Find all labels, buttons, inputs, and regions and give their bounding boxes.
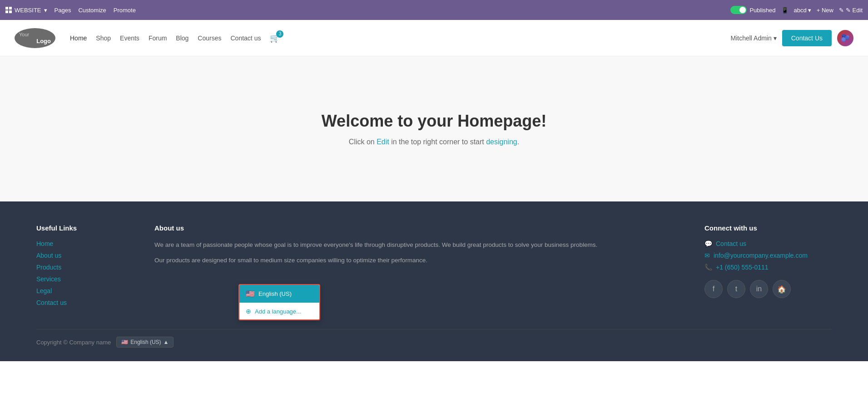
lang-option-english[interactable]: 🇺🇸 English (US) xyxy=(239,285,319,303)
footer-link-home[interactable]: Home xyxy=(36,240,53,247)
promote-link[interactable]: Promote xyxy=(114,7,136,14)
list-item: Contact us xyxy=(36,299,136,306)
connect-item-phone: 📞 +1 (650) 555-0111 xyxy=(704,264,832,271)
nav-forum[interactable]: Forum xyxy=(149,34,167,42)
cart-icon-wrap[interactable]: 🛒 3 xyxy=(270,33,280,43)
contact-us-link[interactable]: Contact us xyxy=(716,240,746,247)
list-item: About us xyxy=(36,252,136,259)
hero-title-bold: Homepage xyxy=(457,112,541,130)
user-dropdown[interactable]: abcd ▾ xyxy=(794,7,811,14)
pages-link[interactable]: Pages xyxy=(55,7,71,14)
chat-icon: 💬 xyxy=(704,240,712,247)
publish-toggle-wrap: Published xyxy=(730,6,775,14)
useful-links-list: Home About us Products Services Legal Co… xyxy=(36,240,136,306)
language-dropdown: 🇺🇸 English (US) ⊕ Add a language... xyxy=(238,284,320,320)
nav-events[interactable]: Events xyxy=(120,34,139,42)
chevron-down-icon: ▾ xyxy=(774,34,777,42)
about-text-2: Our products are designed for small to m… xyxy=(154,255,686,265)
customize-link[interactable]: Customize xyxy=(78,7,106,14)
website-label: WEBSITE xyxy=(15,7,41,14)
new-button[interactable]: + New xyxy=(817,7,833,14)
footer-top: Useful Links Home About us Products Serv… xyxy=(36,224,832,311)
grid-icon xyxy=(5,7,12,13)
phone-icon: 📞 xyxy=(704,264,712,271)
language-button[interactable]: 🇺🇸 English (US) ▲ xyxy=(116,337,174,348)
main-nav: Home Shop Events Forum Blog Courses Cont… xyxy=(70,33,730,43)
website-menu[interactable]: WEBSITE ▾ xyxy=(5,7,47,14)
facebook-icon[interactable]: f xyxy=(704,280,723,298)
connect-item-email: ✉ info@yourcompany.example.com xyxy=(704,252,832,259)
copyright-text: Copyright © Company name xyxy=(36,339,111,346)
logo[interactable] xyxy=(15,28,55,48)
new-label: + New xyxy=(817,7,833,14)
main-content: Welcome to your Homepage! Click on Edit … xyxy=(0,56,868,201)
chevron-down-icon: ▾ xyxy=(808,7,811,14)
admin-user-label: Mitchell Admin xyxy=(730,34,771,42)
contact-us-button[interactable]: Contact Us xyxy=(782,30,832,46)
admin-bar: WEBSITE ▾ Pages Customize Promote Publis… xyxy=(0,0,868,20)
design-text: designing xyxy=(486,138,517,146)
pencil-icon: ✎ xyxy=(839,7,844,14)
publish-toggle[interactable] xyxy=(730,6,747,14)
avatar: 🫐 xyxy=(837,30,853,46)
chevron-down-icon: ▾ xyxy=(44,7,47,14)
hero-title: Welcome to your Homepage! xyxy=(322,112,546,131)
footer-link-contact[interactable]: Contact us xyxy=(36,299,67,306)
mobile-preview-icon[interactable]: 📱 xyxy=(781,7,789,14)
twitter-icon[interactable]: t xyxy=(727,280,745,298)
list-item: Legal xyxy=(36,287,136,294)
chevron-up-icon: ▲ xyxy=(164,339,169,345)
footer-about: About us We are a team of passionate peo… xyxy=(154,224,686,311)
us-flag-icon: 🇺🇸 xyxy=(246,289,255,298)
footer-link-services[interactable]: Services xyxy=(36,275,61,283)
about-title: About us xyxy=(154,224,686,232)
add-language-label: Add a language... xyxy=(255,308,301,315)
home-social-icon[interactable]: 🏠 xyxy=(773,280,791,298)
site-footer: Useful Links Home About us Products Serv… xyxy=(0,201,868,361)
lang-label: English (US) xyxy=(130,339,161,345)
about-text-1: We are a team of passionate people whose… xyxy=(154,240,686,250)
nav-shop[interactable]: Shop xyxy=(96,34,111,42)
nav-blog[interactable]: Blog xyxy=(176,34,188,42)
list-item: Home xyxy=(36,240,136,247)
footer-connect: Connect with us 💬 Contact us ✉ info@your… xyxy=(704,224,832,311)
logo-image xyxy=(15,28,55,48)
edit-link-text: Edit xyxy=(377,138,389,146)
connect-links: 💬 Contact us ✉ info@yourcompany.example.… xyxy=(704,240,832,271)
edit-label: ✎ Edit xyxy=(846,7,863,14)
admin-user-dropdown[interactable]: Mitchell Admin ▾ xyxy=(730,34,776,42)
connect-item-contact: 💬 Contact us xyxy=(704,240,832,247)
footer-link-legal[interactable]: Legal xyxy=(36,287,52,294)
hero-title-suffix: ! xyxy=(541,112,546,130)
social-icons: f t in 🏠 xyxy=(704,280,832,298)
hero-subtitle: Click on Edit in the top right corner to… xyxy=(349,138,519,146)
linkedin-icon[interactable]: in xyxy=(750,280,768,298)
user-label: abcd xyxy=(794,7,807,14)
nav-contact[interactable]: Contact us xyxy=(231,34,261,42)
list-item: Products xyxy=(36,264,136,271)
footer-link-products[interactable]: Products xyxy=(36,264,61,271)
phone-link[interactable]: +1 (650) 555-0111 xyxy=(716,264,769,271)
cart-badge: 3 xyxy=(276,30,283,38)
lang-english-label: English (US) xyxy=(258,290,292,297)
add-language-option[interactable]: ⊕ Add a language... xyxy=(239,303,319,319)
plus-circle-icon: ⊕ xyxy=(246,308,251,315)
footer-bottom: Copyright © Company name 🇺🇸 English (US)… xyxy=(36,329,832,348)
hero-title-prefix: Welcome to your xyxy=(322,112,457,130)
connect-title: Connect with us xyxy=(704,224,832,232)
flag-icon: 🇺🇸 xyxy=(121,339,128,345)
nav-courses[interactable]: Courses xyxy=(198,34,221,42)
email-link[interactable]: info@yourcompany.example.com xyxy=(714,252,808,259)
email-icon: ✉ xyxy=(704,252,710,259)
footer-link-about[interactable]: About us xyxy=(36,252,61,259)
site-header: Home Shop Events Forum Blog Courses Cont… xyxy=(0,20,868,56)
header-right: Mitchell Admin ▾ Contact Us 🫐 xyxy=(730,30,853,46)
footer-useful-links: Useful Links Home About us Products Serv… xyxy=(36,224,136,311)
list-item: Services xyxy=(36,275,136,283)
published-label: Published xyxy=(749,7,775,14)
edit-button[interactable]: ✎ ✎ Edit xyxy=(839,7,863,14)
useful-links-title: Useful Links xyxy=(36,224,136,232)
nav-home[interactable]: Home xyxy=(70,34,87,42)
